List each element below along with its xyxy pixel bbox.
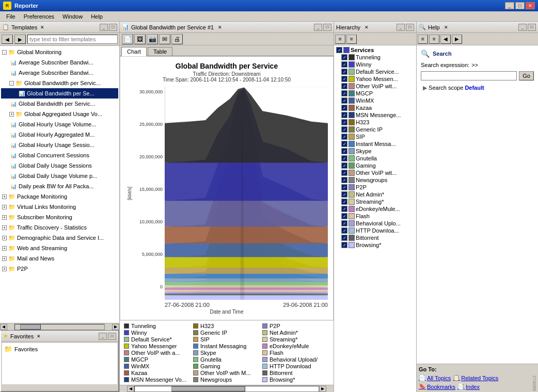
print-button[interactable]: 🖨 bbox=[171, 34, 183, 44]
h-row-browsing[interactable]: ✓ Browsing* bbox=[335, 241, 415, 249]
h-check-sip[interactable]: ✓ bbox=[341, 134, 347, 140]
expand-global[interactable]: - bbox=[2, 50, 7, 55]
help-controls[interactable]: _ □ bbox=[518, 24, 536, 31]
chart-hscroll-track[interactable] bbox=[134, 386, 319, 392]
templates-maximize[interactable]: □ bbox=[109, 24, 117, 31]
expand-demographic[interactable]: + bbox=[2, 236, 7, 240]
h-row-mgcp[interactable]: ✓ MGCP bbox=[335, 90, 415, 97]
tree-item-demographic[interactable]: + 📁 Demographic Data and Service I... bbox=[1, 233, 118, 243]
h-row-h323[interactable]: ✓ H323 bbox=[335, 119, 415, 126]
tab-chart[interactable]: Chart bbox=[121, 47, 147, 56]
h-check-mgcp[interactable]: ✓ bbox=[341, 90, 347, 96]
h-row-behavioral[interactable]: ✓ Behavioral Uplo... bbox=[335, 220, 415, 227]
help-search-input[interactable] bbox=[421, 71, 517, 80]
h-row-kazaa[interactable]: ✓ Kazaa bbox=[335, 104, 415, 111]
expand-mail[interactable]: + bbox=[2, 256, 7, 261]
tree-item-subscriber[interactable]: + 📁 Subscriber Monitoring bbox=[1, 212, 118, 222]
h-check-voip-other[interactable]: ✓ bbox=[341, 83, 347, 89]
h-row-p2p[interactable]: ✓ P2P bbox=[335, 184, 415, 191]
h-check-default[interactable]: ✓ bbox=[341, 69, 347, 75]
hscroll-right[interactable]: ▶ bbox=[112, 324, 119, 330]
help-link-index[interactable]: 📑 Index bbox=[457, 383, 480, 390]
tree-item-daily-sess[interactable]: 📊 Global Daily Usage Sessions bbox=[1, 160, 118, 171]
hierarchy-maximize[interactable]: □ bbox=[406, 24, 414, 31]
h-check-bittorrent[interactable]: ✓ bbox=[341, 235, 347, 241]
h-row-flash[interactable]: ✓ Flash bbox=[335, 213, 415, 220]
tree-item-global-bw-service2[interactable]: 📊 Global Bandwidth per Servic... bbox=[1, 99, 118, 109]
chart-hscroll-thumb[interactable] bbox=[171, 386, 245, 391]
help-minimize[interactable]: _ bbox=[518, 24, 527, 31]
forward-icon[interactable]: ▶ bbox=[14, 35, 26, 44]
chart-minimize[interactable]: _ bbox=[314, 24, 322, 31]
close-button[interactable]: ✕ bbox=[526, 2, 535, 9]
h-check-newsgroups[interactable]: ✓ bbox=[341, 177, 347, 183]
templates-minimize[interactable]: _ bbox=[100, 24, 108, 31]
tree-item-global-monitoring[interactable]: - 📁 Global Monitoring bbox=[1, 47, 118, 57]
hierarchy-controls[interactable]: _ □ bbox=[397, 24, 414, 31]
h-check-gaming[interactable]: ✓ bbox=[341, 162, 347, 169]
chart-hscroll-right[interactable]: ▶ bbox=[319, 386, 326, 392]
h-check-edonkey[interactable]: ✓ bbox=[341, 206, 347, 212]
h-row-bittorrent[interactable]: ✓ Bittorrent bbox=[335, 234, 415, 241]
h-row-http-dl[interactable]: ✓ HTTP Downloa... bbox=[335, 227, 415, 234]
h-check-net-admin[interactable]: ✓ bbox=[341, 191, 347, 198]
expand-agg[interactable]: + bbox=[9, 112, 14, 117]
help-scope-row[interactable]: ▶ Search scope Default bbox=[423, 85, 534, 91]
h-row-skype[interactable]: ✓ Skype bbox=[335, 148, 415, 155]
chart-controls[interactable]: _ □ bbox=[314, 24, 331, 31]
help-maximize[interactable]: □ bbox=[528, 24, 536, 31]
tree-item-global-agg[interactable]: + 📁 Global Aggregated Usage Vo... bbox=[1, 109, 118, 119]
h-row-voip-m[interactable]: ✓ Other VoIP wit... bbox=[335, 169, 415, 176]
h-check-h323[interactable]: ✓ bbox=[341, 119, 347, 125]
menu-window[interactable]: Window bbox=[58, 12, 87, 21]
help-tb-fwd[interactable]: ▶ bbox=[452, 35, 462, 44]
tab-table[interactable]: Table bbox=[148, 47, 172, 56]
chart-hscroll-left[interactable]: ◀ bbox=[127, 386, 134, 392]
menu-file[interactable]: File bbox=[2, 12, 20, 21]
h-row-instant[interactable]: ✓ Instant Messa... bbox=[335, 140, 415, 148]
tree-item-global-bw-se[interactable]: 📊 Global Bandwidth per Se... bbox=[1, 88, 118, 99]
h-check-behavioral[interactable]: ✓ bbox=[341, 220, 347, 226]
back-icon[interactable]: ◀ bbox=[2, 35, 13, 44]
chart-bottom-scrollbar[interactable]: ◀ ▶ bbox=[120, 385, 334, 392]
tree-item-daily-peak[interactable]: 📊 Daily peak BW for All Packa... bbox=[1, 181, 118, 191]
tree-item-avg-sub-bw1[interactable]: 📊 Average Subscriber Bandwi... bbox=[1, 57, 118, 68]
tree-item-concurrent[interactable]: 📊 Global Concurrent Sessions bbox=[1, 150, 118, 160]
help-link-all-topics[interactable]: 📄 All Topics bbox=[419, 374, 451, 381]
h-row-streaming[interactable]: ✓ Streaming* bbox=[335, 198, 415, 205]
help-go-button[interactable]: Go bbox=[519, 71, 534, 80]
tree-item-hourly-sess[interactable]: 📊 Global Hourly Usage Sessio... bbox=[1, 140, 118, 150]
h-row-generic-ip[interactable]: ✓ Generic IP bbox=[335, 126, 415, 133]
h-check-yahoo[interactable]: ✓ bbox=[341, 76, 347, 82]
h-check-flash[interactable]: ✓ bbox=[341, 213, 347, 219]
h-check-generic[interactable]: ✓ bbox=[341, 126, 347, 133]
h-check-msn[interactable]: ✓ bbox=[341, 112, 347, 118]
h-check-gnutella[interactable]: ✓ bbox=[341, 155, 347, 161]
tree-item-hourly-agg[interactable]: 📊 Global Hourly Aggregated M... bbox=[1, 129, 118, 140]
h-check-voip-m[interactable]: ✓ bbox=[341, 170, 347, 176]
help-link-related[interactable]: 📋 Related Topics bbox=[453, 374, 498, 381]
h-check-winny[interactable]: ✓ bbox=[341, 61, 347, 68]
h-check-winmx[interactable]: ✓ bbox=[341, 97, 347, 104]
h-row-gnutella[interactable]: ✓ Gnutella bbox=[335, 155, 415, 162]
h-check-instant[interactable]: ✓ bbox=[341, 141, 347, 147]
hscroll-track[interactable] bbox=[14, 324, 105, 330]
camera-button[interactable]: 📷 bbox=[147, 34, 158, 44]
expand-traffic[interactable]: + bbox=[2, 225, 7, 230]
h-row-newsgroups[interactable]: ✓ Newsgroups bbox=[335, 176, 415, 184]
expand-p2p[interactable]: + bbox=[2, 267, 7, 271]
image-button[interactable]: 🖼 bbox=[134, 34, 146, 44]
h-root-services[interactable]: ✓ Services bbox=[335, 46, 415, 54]
h-row-tunneling[interactable]: ✓ Tunneling bbox=[335, 54, 415, 61]
h-tool-2[interactable]: ≡ bbox=[346, 35, 357, 44]
pdf-button[interactable]: 📄 bbox=[122, 34, 133, 44]
hscroll-left[interactable]: ◀ bbox=[0, 324, 7, 330]
hscroll-thumb[interactable] bbox=[20, 324, 41, 330]
chart-maximize[interactable]: □ bbox=[323, 24, 331, 31]
tree-item-mail[interactable]: + 📁 Mail and News bbox=[1, 253, 118, 264]
filter-input[interactable] bbox=[27, 35, 118, 44]
tree-item-p2p[interactable]: + 📁 P2P bbox=[1, 264, 118, 274]
templates-hscrollbar[interactable]: ◀ ▶ bbox=[0, 323, 119, 330]
menu-preferences[interactable]: Preferences bbox=[20, 12, 58, 21]
fav-minimize[interactable]: _ bbox=[99, 333, 107, 340]
